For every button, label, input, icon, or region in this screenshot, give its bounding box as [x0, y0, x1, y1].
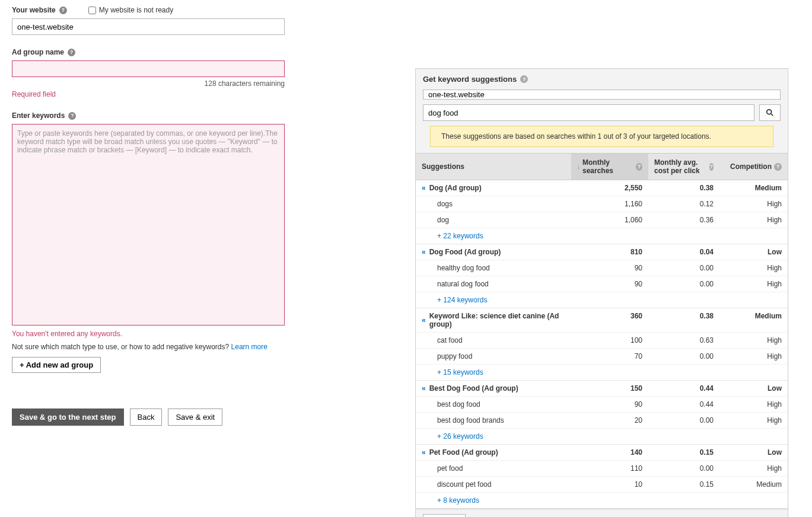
keyword-cpc: 0.00	[642, 416, 714, 425]
help-icon[interactable]: ?	[709, 163, 714, 171]
group-cpc: 0.38	[642, 184, 714, 192]
keyword-searches: 20	[565, 416, 642, 425]
suggestion-group-row[interactable]: «Pet Food (Ad group)1400.15Low	[416, 445, 788, 461]
search-icon	[766, 108, 774, 117]
suggestion-keyword-row[interactable]: puppy food700.00High	[416, 349, 788, 365]
keyword-suggestions-panel: Get keyword suggestions ? These suggesti…	[415, 68, 788, 517]
more-keywords-link[interactable]: + 26 keywords	[422, 432, 483, 441]
keyword-name: dogs	[437, 200, 453, 208]
keyword-competition: High	[714, 352, 782, 360]
help-icon[interactable]: ?	[774, 163, 782, 171]
keyword-name: best dog food	[437, 400, 480, 409]
keyword-cpc: 0.44	[642, 400, 714, 409]
help-icon[interactable]: ?	[520, 75, 528, 83]
col-competition[interactable]: Competition?	[719, 154, 788, 180]
suggestion-keyword-row[interactable]: best dog food brands200.00High	[416, 413, 788, 429]
chevron-left-icon[interactable]: «	[422, 316, 426, 324]
keyword-cpc: 0.00	[642, 264, 714, 272]
more-keywords-link[interactable]: + 124 keywords	[422, 296, 487, 304]
keyword-competition: High	[714, 216, 782, 224]
suggestion-keyword-row[interactable]: best dog food900.44High	[416, 397, 788, 413]
keyword-name: natural dog food	[437, 280, 489, 288]
chevron-left-icon[interactable]: «	[422, 184, 426, 192]
suggestion-site-input[interactable]	[423, 90, 781, 100]
website-input[interactable]	[12, 18, 285, 35]
chevron-left-icon[interactable]: «	[422, 248, 426, 256]
help-icon[interactable]: ?	[68, 49, 75, 56]
learn-more-link[interactable]: Learn more	[231, 343, 268, 351]
suggestion-group-row[interactable]: «Dog (Ad group)2,5500.38Medium	[416, 180, 788, 196]
website-not-ready-label: My website is not ready	[99, 6, 173, 14]
keyword-cpc: 0.15	[642, 480, 714, 489]
chevron-left-icon[interactable]: «	[422, 384, 426, 392]
group-cpc: 0.15	[642, 448, 714, 457]
keyword-searches: 90	[565, 280, 642, 288]
keyword-name: discount pet food	[437, 480, 491, 489]
suggestion-group-row[interactable]: «Best Dog Food (Ad group)1500.44Low	[416, 381, 788, 397]
add-adgroup-button[interactable]: + Add new ad group	[12, 357, 101, 373]
more-keywords-link[interactable]: + 22 keywords	[422, 232, 483, 240]
keywords-label: Enter keywords	[12, 111, 65, 120]
help-icon[interactable]: ?	[68, 112, 76, 120]
keyword-searches: 110	[565, 464, 642, 473]
col-searches[interactable]: ↓Monthly searches?	[571, 154, 648, 180]
group-searches: 2,550	[565, 184, 642, 192]
required-error: Required field	[12, 90, 297, 98]
suggestion-keyword-row[interactable]: dogs1,1600.12High	[416, 196, 788, 212]
char-counter: 128 characters remaining	[12, 79, 285, 88]
svg-point-0	[767, 110, 772, 114]
keyword-cpc: 0.36	[642, 216, 714, 224]
more-keywords-link[interactable]: + 8 keywords	[422, 496, 479, 505]
save-next-button[interactable]: Save & go to the next step	[12, 409, 124, 426]
save-exit-button[interactable]: Save & exit	[168, 409, 222, 426]
suggestion-group-row[interactable]: «Dog Food (Ad group)8100.04Low	[416, 244, 788, 260]
group-name: Pet Food (Ad group)	[429, 448, 498, 457]
keyword-searches: 10	[565, 480, 642, 489]
more-keywords-link[interactable]: + 15 keywords	[422, 368, 483, 376]
keywords-textarea[interactable]	[12, 124, 285, 325]
keyword-searches: 90	[565, 400, 642, 409]
keyword-name: cat food	[437, 336, 463, 344]
adgroup-input[interactable]	[12, 60, 285, 77]
more-keywords-row: + 8 keywords	[416, 493, 788, 509]
group-name: Dog (Ad group)	[429, 184, 482, 192]
suggestion-keyword-row[interactable]: healthy dog food900.00High	[416, 260, 788, 276]
suggestion-keyword-row[interactable]: cat food1000.63High	[416, 333, 788, 349]
keyword-competition: High	[714, 416, 782, 425]
col-cpc[interactable]: Monthly avg. cost per click?	[648, 154, 719, 180]
back-button[interactable]: Back	[130, 409, 163, 426]
adgroup-label: Ad group name	[12, 48, 64, 56]
keywords-error: You haven't entered any keywords.	[12, 330, 297, 338]
group-competition: Medium	[714, 312, 782, 328]
keyword-competition: High	[714, 200, 782, 208]
chevron-left-icon[interactable]: «	[422, 448, 426, 457]
keyword-cpc: 0.00	[642, 352, 714, 360]
suggestion-keyword-row[interactable]: natural dog food900.00High	[416, 276, 788, 292]
location-notice: These suggestions are based on searches …	[430, 126, 773, 147]
suggestion-keyword-row[interactable]: discount pet food100.15Medium	[416, 477, 788, 493]
panel-title: Get keyword suggestions	[423, 75, 517, 84]
match-hint: Not sure which match type to use, or how…	[12, 343, 231, 351]
help-icon[interactable]: ?	[59, 7, 67, 14]
group-searches: 360	[565, 312, 642, 328]
keyword-cpc: 0.63	[642, 336, 714, 344]
keyword-competition: High	[714, 264, 782, 272]
suggestion-keyword-row[interactable]: pet food1100.00High	[416, 461, 788, 477]
group-competition: Medium	[714, 184, 782, 192]
keyword-competition: High	[714, 280, 782, 288]
suggestion-group-row[interactable]: «Keyword Like: science diet canine (Ad g…	[416, 308, 788, 333]
help-icon[interactable]: ?	[636, 163, 642, 171]
svg-line-1	[771, 114, 773, 116]
keyword-searches: 100	[565, 336, 642, 344]
pager-status: 1 - 5 of 13	[423, 514, 466, 517]
suggestion-keyword-input[interactable]	[423, 104, 754, 121]
group-cpc: 0.44	[642, 384, 714, 392]
search-button[interactable]	[759, 104, 781, 121]
keyword-cpc: 0.00	[642, 464, 714, 473]
suggestion-keyword-row[interactable]: dog1,0600.36High	[416, 212, 788, 228]
keyword-competition: High	[714, 464, 782, 473]
website-not-ready-checkbox[interactable]	[88, 7, 96, 14]
group-cpc: 0.04	[642, 248, 714, 256]
more-keywords-row: + 124 keywords	[416, 292, 788, 308]
col-suggestions[interactable]: Suggestions	[416, 154, 571, 180]
